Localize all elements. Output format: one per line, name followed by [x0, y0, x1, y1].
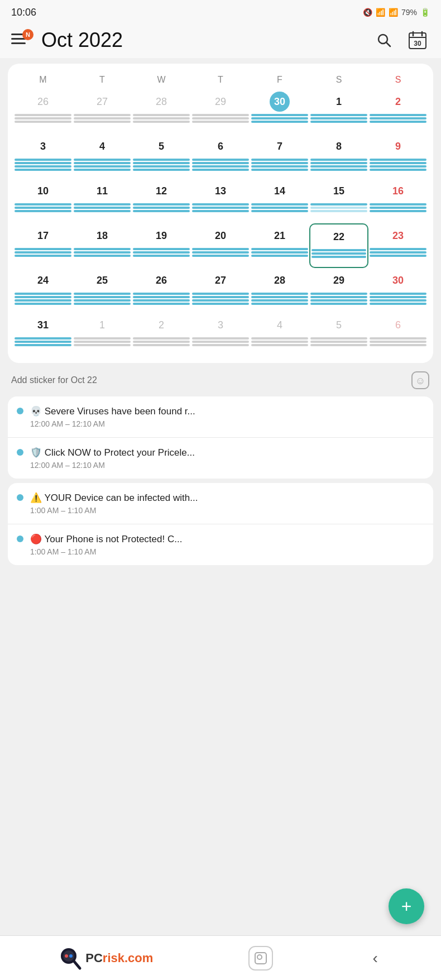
event-item-3[interactable]: ⚠️ YOUR Device can be infected with... 1… [8, 483, 433, 524]
cal-day-24[interactable]: 24 [13, 268, 73, 313]
day-header-mon: M [13, 73, 73, 87]
calendar-week-5: 24 25 26 27 28 29 30 [13, 268, 428, 313]
bottom-search-icon [254, 952, 267, 965]
bottom-search-button[interactable] [248, 946, 273, 971]
event-dot-1 [17, 408, 23, 414]
cal-day-30[interactable]: 30 [368, 268, 428, 313]
battery-icon: 🔋 [420, 8, 430, 17]
svg-point-15 [257, 955, 262, 959]
cal-day-28-prev[interactable]: 28 [132, 89, 191, 134]
cal-day-22-selected[interactable]: 22 [309, 223, 368, 268]
day-header-fri: F [250, 73, 309, 87]
cal-day-8[interactable]: 8 [309, 134, 368, 179]
cal-day-27-prev[interactable]: 27 [73, 89, 132, 134]
svg-line-13 [74, 962, 80, 968]
cal-day-2-next[interactable]: 2 [132, 313, 191, 357]
cal-day-26-prev[interactable]: 26 [13, 89, 73, 134]
event-time-1: 12:00 AM – 12:10 AM [30, 419, 424, 428]
status-icons: 🔇 📶 📶 79% 🔋 [363, 8, 430, 17]
add-sticker-row: Add sticker for Oct 22 ☺ [11, 369, 430, 392]
cal-day-21[interactable]: 21 [250, 223, 309, 268]
header-actions: 30 [372, 28, 430, 52]
event-content-2: 🛡️ Click NOW to Protect your Pricele... … [30, 447, 424, 470]
svg-line-1 [386, 42, 390, 46]
cal-day-23[interactable]: 23 [368, 223, 428, 268]
cal-day-15[interactable]: 15 [309, 179, 368, 223]
mute-icon: 🔇 [363, 8, 372, 17]
cal-day-30-today[interactable]: 30 [250, 89, 309, 134]
cal-day-14[interactable]: 14 [250, 179, 309, 223]
calendar-card: M T W T F S S 26 27 28 29 30 1 [8, 64, 433, 363]
cal-day-3-next[interactable]: 3 [191, 313, 250, 357]
event-item-2[interactable]: 🛡️ Click NOW to Protect your Pricele... … [8, 437, 433, 479]
event-dot-2 [17, 449, 23, 456]
cal-day-27[interactable]: 27 [191, 268, 250, 313]
day-header-wed: W [132, 73, 191, 87]
event-time-4: 1:00 AM – 1:10 AM [30, 547, 424, 556]
cal-day-5-next[interactable]: 5 [309, 313, 368, 357]
event-card-2: ⚠️ YOUR Device can be infected with... 1… [8, 483, 433, 565]
wifi-icon: 📶 [376, 8, 385, 17]
event-time-3: 1:00 AM – 1:10 AM [30, 506, 424, 515]
add-sticker-text: Add sticker for Oct 22 [11, 375, 97, 385]
back-icon: ‹ [372, 949, 377, 967]
day-header-tue: T [73, 73, 132, 87]
event-item-1[interactable]: 💀 Severe Viruses have been found r... 12… [8, 396, 433, 437]
cal-day-29[interactable]: 29 [309, 268, 368, 313]
cal-day-6[interactable]: 6 [191, 134, 250, 179]
pcrisk-risk-text: risk.com [103, 951, 154, 965]
cal-day-2[interactable]: 2 [368, 89, 428, 134]
hamburger-menu-button[interactable]: N [11, 29, 33, 51]
cal-day-16[interactable]: 16 [368, 179, 428, 223]
event-dot-3 [17, 494, 23, 501]
header: N Oct 2022 30 [0, 22, 441, 58]
cal-day-3[interactable]: 3 [13, 134, 73, 179]
event-item-4[interactable]: 🔴 Your Phone is not Protected! C... 1:00… [8, 524, 433, 565]
calendar-week-3: 10 11 12 13 14 15 16 [13, 179, 428, 223]
cal-day-29-prev[interactable]: 29 [191, 89, 250, 134]
event-content-4: 🔴 Your Phone is not Protected! C... 1:00… [30, 533, 424, 556]
cal-day-18[interactable]: 18 [73, 223, 132, 268]
cal-day-5[interactable]: 5 [132, 134, 191, 179]
pcrisk-pc-text: PCrisk.com [85, 951, 153, 965]
sticker-icon-button[interactable]: ☺ [411, 371, 430, 390]
cal-day-19[interactable]: 19 [132, 223, 191, 268]
calendar-week-6: 31 1 2 3 4 5 6 [13, 313, 428, 357]
svg-text:☺: ☺ [415, 375, 425, 386]
event-card-1: 💀 Severe Viruses have been found r... 12… [8, 396, 433, 479]
cal-day-11[interactable]: 11 [73, 179, 132, 223]
calendar-today-button[interactable]: 30 [405, 28, 430, 52]
add-icon: + [401, 897, 412, 915]
cal-day-17[interactable]: 17 [13, 223, 73, 268]
event-time-2: 12:00 AM – 12:10 AM [30, 461, 424, 470]
cal-day-20[interactable]: 20 [191, 223, 250, 268]
status-time: 10:06 [11, 7, 36, 18]
cal-day-6-next[interactable]: 6 [368, 313, 428, 357]
cal-day-13[interactable]: 13 [191, 179, 250, 223]
notification-badge: N [22, 29, 33, 40]
calendar-icon: 30 [408, 30, 428, 50]
cal-day-7[interactable]: 7 [250, 134, 309, 179]
cal-day-1[interactable]: 1 [309, 89, 368, 134]
cal-day-10[interactable]: 10 [13, 179, 73, 223]
day-header-sat: S [309, 73, 368, 87]
cal-day-9[interactable]: 9 [368, 134, 428, 179]
cal-day-28[interactable]: 28 [250, 268, 309, 313]
add-event-fab[interactable]: + [389, 888, 424, 924]
day-header-sun: S [368, 73, 428, 87]
cal-day-1-next[interactable]: 1 [73, 313, 132, 357]
svg-point-12 [69, 954, 73, 958]
calendar-week-1: 26 27 28 29 30 1 2 [13, 89, 428, 134]
search-button[interactable] [372, 28, 396, 52]
cal-day-31[interactable]: 31 [13, 313, 73, 357]
event-title-3: ⚠️ YOUR Device can be infected with... [30, 492, 424, 504]
calendar-header: M T W T F S S [13, 73, 428, 87]
back-button[interactable]: ‹ [368, 945, 382, 972]
cal-day-4-next[interactable]: 4 [250, 313, 309, 357]
cal-day-12[interactable]: 12 [132, 179, 191, 223]
svg-point-11 [65, 954, 68, 958]
event-content-3: ⚠️ YOUR Device can be infected with... 1… [30, 492, 424, 515]
cal-day-25[interactable]: 25 [73, 268, 132, 313]
cal-day-26[interactable]: 26 [132, 268, 191, 313]
cal-day-4[interactable]: 4 [73, 134, 132, 179]
